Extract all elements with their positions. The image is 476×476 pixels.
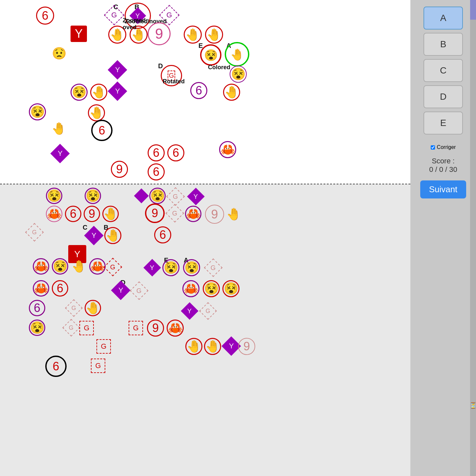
main-canvas: 6 Y 😟 C B G Y G Zoomed\noved <box>0 0 410 476</box>
sym-face-purple-2: 😵 <box>71 84 88 101</box>
b-sym-G-dashed-2: G <box>166 205 183 222</box>
b-sym-G-dashed-1: G <box>167 188 184 205</box>
b-sym-claw-3: 🦀 <box>89 258 106 275</box>
b-sym-G-red-sq3: G <box>95 338 112 355</box>
b-sym-diamond-small <box>134 188 149 203</box>
b-sym-hand-b1: 🤚 <box>102 206 119 222</box>
b-sym-G-red-sq: G <box>78 320 95 337</box>
sym-6-red-1: 6 <box>148 144 165 161</box>
b-sym-Y-vbottom: Y <box>222 337 240 355</box>
sym-claw-purple: 🦀 <box>219 141 236 158</box>
b-sym-face-red-c: 😵 <box>222 280 239 297</box>
sym-hand-red-2: 🤚 <box>205 26 223 44</box>
sym-G-diamond-dashed-C: G <box>105 6 123 24</box>
b-sym-face-A: 😵 <box>183 259 200 276</box>
b-sym-G-red-vbottom: G <box>90 357 107 374</box>
sym-hand-red-right: 🤚 <box>223 84 240 101</box>
label-D: D <box>158 62 163 70</box>
sym-hand-red-1: 🤚 <box>184 26 202 44</box>
sym-6-red-2: 6 <box>167 144 184 161</box>
sym-face-purple-1: 😟 <box>51 45 67 62</box>
corriger-row: Corriger <box>431 144 456 150</box>
sym-face-red-1: 🤚 <box>108 26 126 44</box>
suivant-button[interactable]: Suivant <box>420 180 466 198</box>
b-sym-face-red-b: 😵 <box>203 280 220 297</box>
b-sym-hand-bot-2: 🤚 <box>204 338 221 355</box>
b-sym-claw-2: 🦀 <box>33 258 49 275</box>
b-sym-Y-diamond-1: Y <box>188 188 204 205</box>
b-sym-G-dashed-bot2: G <box>63 320 79 336</box>
b-sym-face-2: 😵 <box>85 188 101 204</box>
answer-btn-A[interactable]: A <box>424 7 463 30</box>
b-sym-claw-red: 🦀 <box>167 320 184 337</box>
b-sym-6-black: 6 <box>45 356 67 377</box>
sym-circle-red-big: Y <box>125 3 151 29</box>
top-section: 6 Y 😟 C B G Y G Zoomed\noved <box>0 0 410 184</box>
sym-6-red-3: 6 <box>148 163 165 180</box>
b-sym-face-4: 😵 <box>52 258 68 275</box>
b-sym-9-b1: 9 <box>84 206 100 222</box>
answer-btn-B[interactable]: B <box>424 33 463 56</box>
b-sym-hand-pink: 🤚 <box>225 206 242 223</box>
sym-face-red-2: 🤚 <box>130 26 148 44</box>
b-sym-face-E: 😵 <box>162 259 179 276</box>
b-sym-9-pink: 9 <box>205 205 224 224</box>
b-sym-hand-pink-2: 🤚 <box>71 258 87 275</box>
b-sym-face-bot-1: 😵 <box>29 320 45 336</box>
sym-hand-purple-2: 🤚 <box>90 84 107 101</box>
b-sym-face-3: 😵 <box>149 188 166 204</box>
score-label: Score : <box>432 157 455 165</box>
score-value: 0 / 0 / 30 <box>429 165 457 174</box>
sym-Y-diamond-1: Y <box>108 61 126 79</box>
sym-face-red-E: 😵 <box>200 44 221 66</box>
b-sym-G-dashed-ghost: G <box>28 226 45 243</box>
b-sym-9-red: 9 <box>147 320 164 337</box>
bottom-section: 😵 😵 😵 G Y 🦀 6 9 🤚 9 <box>0 184 410 476</box>
b-sym-claw-1: 🦀 <box>46 206 62 222</box>
b-sym-face-1: 😵 <box>46 188 62 204</box>
sym-Y-red-sq: Y <box>71 26 87 42</box>
sym-hand-purple-3: 🤚 <box>51 121 67 136</box>
hourglass-icon: ⏳ <box>471 401 475 410</box>
sidebar: A B C D E Corriger Score : 0 / 0 / 30 Su… <box>410 0 476 476</box>
b-sym-6-bot1: 6 <box>29 300 45 316</box>
annotation-colored: Colored <box>208 64 230 71</box>
sym-6-topleft: 6 <box>36 7 54 25</box>
b-sym-G-dashed-pink: G <box>205 259 222 276</box>
score-display: Score : 0 / 0 / 30 <box>429 157 457 174</box>
b-sym-9-pink-bot: 9 <box>238 338 255 355</box>
annotation-rotated: Rotated <box>163 78 185 85</box>
sym-9-pink: 9 <box>148 22 171 45</box>
sym-face-purple-3: 😵 <box>29 103 46 120</box>
b-sym-claw-4: 🦀 <box>33 280 49 297</box>
b-sym-G-pink-right: G <box>199 302 217 320</box>
b-sym-G-dashed-red: G <box>104 259 121 276</box>
corriger-checkbox[interactable] <box>431 145 435 150</box>
answer-btn-D[interactable]: D <box>424 85 463 108</box>
b-sym-G-dashed-botleft: G <box>66 300 82 316</box>
answer-btn-E[interactable]: E <box>424 112 463 135</box>
b-sym-claw-5: 🦀 <box>182 280 199 297</box>
answer-btn-C[interactable]: C <box>424 59 463 82</box>
b-sym-hand-B: 🤚 <box>104 227 121 244</box>
scrollbar[interactable]: ⏳ <box>470 0 476 476</box>
b-sym-G-dashed-D: G <box>131 282 148 299</box>
sym-6-purple-mid: 6 <box>190 82 207 99</box>
b-sym-6-b2: 6 <box>154 226 171 243</box>
b-sym-Y-E: Y <box>144 259 161 276</box>
sym-hand-red-center: 🤚 <box>88 104 105 121</box>
b-sym-claw-purple: 🦀 <box>185 206 201 222</box>
sym-6-black: 6 <box>91 120 113 141</box>
sym-Y-diamond-2: Y <box>108 82 126 100</box>
b-sym-Y-bot-right: Y <box>181 302 198 320</box>
b-sym-Y-C: Y <box>85 226 103 244</box>
sym-circle-green-A: 🤚 <box>225 42 249 67</box>
sym-Y-diamond-left: Y <box>51 144 69 162</box>
sym-9-red: 9 <box>111 161 128 178</box>
b-sym-hand-bot: 🤚 <box>85 300 101 316</box>
b-sym-G-red-sq2: G <box>127 320 144 337</box>
b-sym-6-b1: 6 <box>65 206 81 222</box>
corriger-label: Corriger <box>437 144 456 150</box>
b-sym-6-b3: 6 <box>52 280 68 297</box>
b-sym-9-outline: 9 <box>145 203 165 223</box>
